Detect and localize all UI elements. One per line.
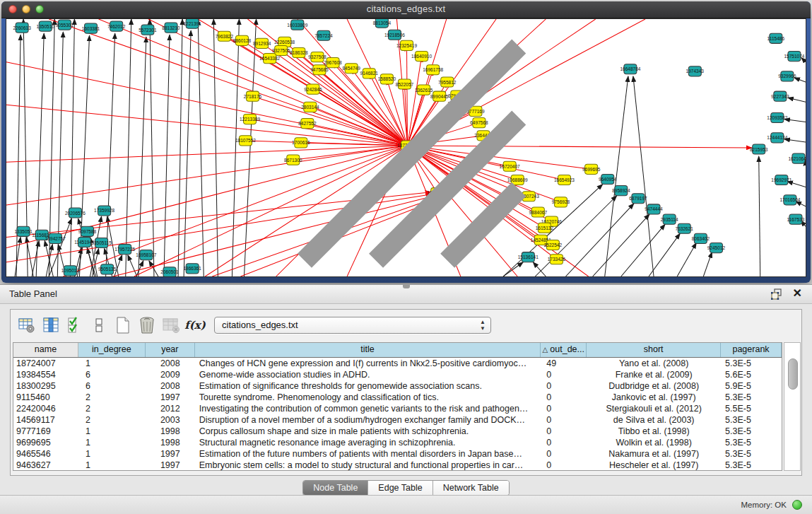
cell-year: 1998 (146, 426, 195, 437)
cell-short: Jankovic et al. (1997) (587, 392, 721, 403)
function-builder-icon[interactable]: f(x) (183, 315, 207, 336)
column-header-short[interactable]: short (587, 343, 721, 357)
cell-short: Dudbridge et al. (2008) (587, 380, 721, 392)
cell-name: 9115460 (13, 392, 78, 403)
memory-status-label: Memory: OK (741, 501, 787, 509)
table-settings-icon[interactable] (15, 315, 39, 336)
cell-in_degree: 1 (78, 460, 146, 471)
tab-edge-table[interactable]: Edge Table (368, 481, 433, 495)
column-header-out_de[interactable]: △out_de... (541, 343, 587, 357)
cell-short: Hescheler et al. (1997) (587, 460, 721, 471)
table-toolbar: f(x) citations_edges.txt ▲▼ (11, 310, 801, 341)
cell-pagerank: 5.3E-5 (721, 437, 782, 448)
column-header-in_degree[interactable]: in_degree (78, 343, 146, 357)
scrollbar-thumb[interactable] (788, 358, 798, 390)
cell-title: Corpus callosum shape and size in male p… (195, 426, 541, 437)
dropdown-arrows-icon: ▲▼ (480, 319, 486, 332)
table-row[interactable]: 2242004622012Investigating the contribut… (13, 403, 782, 414)
row-height-icon[interactable] (87, 315, 111, 336)
cell-out_de: 0 (541, 460, 587, 471)
cell-pagerank: 5.5E-5 (721, 403, 782, 414)
splitter-handle[interactable] (403, 285, 410, 288)
cell-in_degree: 1 (78, 426, 146, 437)
table-row[interactable]: 946554611997Estimation of the future num… (13, 448, 782, 460)
cell-in_degree: 6 (78, 369, 146, 380)
table-vertical-scrollbar[interactable] (784, 342, 801, 471)
cell-title: Investigating the contribution of common… (195, 403, 541, 414)
cell-in_degree: 1 (78, 448, 146, 460)
table-row[interactable]: 911546021997Tourette syndrome. Phenomeno… (13, 392, 782, 403)
new-table-icon[interactable] (111, 315, 135, 336)
cell-in_degree: 6 (78, 380, 146, 392)
cell-title: Changes of HCN gene expression and I(f) … (195, 358, 541, 369)
table-row[interactable]: 1830029562008Estimation of significance … (13, 380, 782, 392)
cell-year: 1997 (146, 460, 195, 471)
delete-table-disabled-icon (159, 315, 183, 336)
cell-out_de: 0 (541, 369, 587, 380)
table-row[interactable]: 1456911722003Disruption of a novel membe… (13, 414, 782, 426)
cell-name: 9777169 (13, 426, 78, 437)
window-title: citations_edges.txt (1, 4, 811, 14)
cell-pagerank: 5.3E-5 (721, 426, 782, 437)
status-bar: Memory: OK (0, 495, 812, 514)
memory-ok-indicator (792, 500, 802, 510)
cell-pagerank: 5.6E-5 (721, 369, 782, 380)
column-header-pagerank[interactable]: pagerank (721, 343, 782, 357)
cell-in_degree: 1 (78, 437, 146, 448)
network-window: citations_edges.txt 18724007796382288601… (1, 1, 811, 283)
table-select-value: citations_edges.txt (222, 320, 298, 330)
window-titlebar[interactable]: citations_edges.txt (1, 1, 811, 18)
table-row[interactable]: 977716911998Corpus callosum shape and si… (13, 426, 782, 437)
network-canvas[interactable]: 1872400779638228860128891293422260538932… (6, 18, 806, 277)
table-row[interactable]: 1938455462009Genome-wide association stu… (13, 369, 782, 380)
cell-name: 9465546 (13, 448, 78, 460)
cell-name: 18724007 (13, 358, 78, 369)
resize-grip[interactable] (5, 18, 804, 275)
float-panel-icon[interactable] (771, 288, 782, 300)
tab-network-table[interactable]: Network Table (433, 481, 509, 495)
table-select-dropdown[interactable]: citations_edges.txt ▲▼ (214, 317, 491, 334)
table-tabs: Node TableEdge TableNetwork Table (0, 480, 812, 496)
table-row[interactable]: 946362711997Embryonic stem cells: a mode… (13, 460, 782, 471)
cell-short: Stergiakouli et al. (2012) (587, 403, 721, 414)
select-rows-check-icon[interactable] (63, 315, 87, 336)
cell-pagerank: 5.3E-5 (721, 448, 782, 460)
cell-out_de: 0 (541, 448, 587, 460)
cell-pagerank: 5.9E-5 (721, 380, 782, 392)
tab-node-table[interactable]: Node Table (303, 481, 368, 495)
column-header-year[interactable]: year (146, 343, 195, 357)
cell-out_de: 0 (541, 437, 587, 448)
delete-rows-trash-icon[interactable] (135, 315, 159, 336)
table-row[interactable]: 1872400712008Changes of HCN gene express… (13, 358, 782, 369)
cell-name: 22420046 (13, 403, 78, 414)
cell-year: 2003 (146, 414, 195, 426)
table-panel-header: Table Panel ✕ (0, 285, 812, 304)
node-table[interactable]: namein_degreeyeartitle△out_de...shortpag… (13, 342, 782, 471)
close-panel-icon[interactable]: ✕ (793, 286, 802, 300)
cell-out_de: 49 (541, 358, 587, 369)
cell-title: Embryonic stem cells: a model to study s… (195, 460, 541, 471)
cell-out_de: 0 (541, 414, 587, 426)
cell-year: 1997 (146, 448, 195, 460)
cell-name: 19384554 (13, 369, 78, 380)
cell-year: 2009 (146, 369, 195, 380)
table-header-row: namein_degreeyeartitle△out_de...shortpag… (13, 343, 782, 358)
cell-title: Tourette syndrome. Phenomenology and cla… (195, 392, 541, 403)
table-panel-title: Table Panel (9, 288, 57, 299)
cell-in_degree: 2 (78, 403, 146, 414)
cell-short: Franke et al. (2009) (587, 369, 721, 380)
column-header-title[interactable]: title (195, 343, 541, 357)
table-subpanel: f(x) citations_edges.txt ▲▼ namein_degre… (10, 309, 802, 476)
cell-name: 9463627 (13, 460, 78, 471)
cell-short: Yano et al. (2008) (587, 358, 721, 369)
table-panel: Table Panel ✕ (0, 284, 812, 496)
cell-pagerank: 5.3E-5 (721, 392, 782, 403)
column-header-name[interactable]: name (13, 343, 78, 357)
table-row[interactable]: 969969511998Structural magnetic resonanc… (13, 437, 782, 448)
cell-out_de: 0 (541, 403, 587, 414)
select-columns-icon[interactable] (39, 315, 63, 336)
cell-short: de Silva et al. (2003) (587, 414, 721, 426)
cell-in_degree: 1 (78, 358, 146, 369)
cell-title: Disruption of a novel member of a sodium… (195, 414, 541, 426)
cell-name: 9699695 (13, 437, 78, 448)
